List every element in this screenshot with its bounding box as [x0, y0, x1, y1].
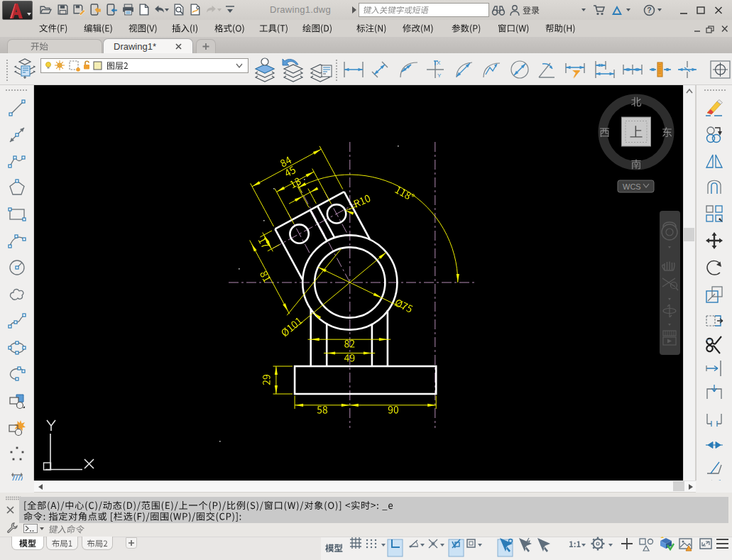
svg-text:?: ?	[647, 6, 651, 14]
svg-text:X: X	[437, 60, 441, 66]
svg-text:WCS: WCS	[623, 182, 641, 191]
svg-text:Y: Y	[437, 72, 442, 79]
